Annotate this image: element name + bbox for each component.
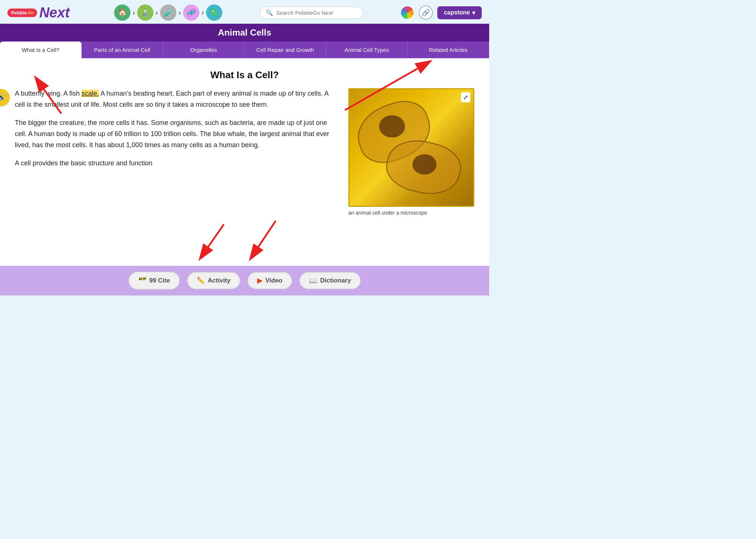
search-bar[interactable]: 🔍	[259, 7, 363, 19]
tab-animal-cell-types[interactable]: Animal Cell Types	[326, 42, 408, 58]
highlight-scale: scale.	[82, 90, 99, 97]
content-body: 🔊 A butterfly wing. A fish scale. A huma…	[15, 88, 474, 216]
tab-what-is-cell[interactable]: What Is a Cell?	[0, 42, 82, 58]
cite-icon: ❝❞	[138, 276, 146, 285]
breadcrumb-sep-2: ›	[156, 9, 158, 17]
expand-button[interactable]: ⤢	[461, 92, 470, 102]
svg-line-4	[258, 221, 276, 247]
activity-icon: ✏️	[197, 277, 205, 285]
tab-cell-repair-growth[interactable]: Cell Repair and Growth	[245, 42, 326, 58]
cite-button[interactable]: ❝❞ 99 Cite	[129, 272, 180, 290]
cell-image-placeholder	[349, 89, 473, 206]
video-label: Video	[265, 277, 282, 284]
pebble-badge: Pebble Go	[7, 9, 37, 17]
video-play-icon: ▶	[257, 277, 262, 285]
image-caption: an animal cell under a microscope	[348, 210, 474, 216]
cell-image: ⤢	[348, 88, 474, 207]
search-icon: 🔍	[266, 9, 273, 16]
breadcrumb-cell-icon[interactable]: 🦠	[206, 4, 222, 21]
nucleus-1	[379, 115, 405, 138]
breadcrumb: 🏠 › 🔬 › 🧪 › 🧬 › 🦠	[114, 4, 222, 21]
capstone-button[interactable]: capstone ▾	[437, 6, 482, 19]
content-heading: What Is a Cell?	[15, 69, 474, 81]
breadcrumb-lab-icon[interactable]: 🧪	[160, 4, 176, 21]
activity-label: Activity	[208, 277, 231, 284]
tabs-bar: What Is a Cell? Parts of an Animal Cell …	[0, 42, 489, 58]
logo-area: Pebble Go Next	[7, 5, 70, 21]
breadcrumb-dna-icon[interactable]: 🧬	[183, 4, 199, 21]
breadcrumb-sep-4: ›	[202, 9, 204, 17]
tab-parts-animal-cell[interactable]: Parts of an Animal Cell	[82, 42, 163, 58]
breadcrumb-sep-3: ›	[179, 9, 181, 17]
header-right: 🔗 capstone ▾	[400, 6, 482, 20]
dictionary-icon: 📖	[309, 277, 317, 285]
page-title-bar: Animal Cells	[0, 24, 489, 42]
go-text: Go	[28, 10, 33, 15]
capstone-chevron-icon: ▾	[472, 9, 475, 16]
tab-organelles[interactable]: Organelles	[163, 42, 245, 58]
link-icon[interactable]: 🔗	[419, 6, 433, 20]
dictionary-label: Dictionary	[320, 277, 351, 284]
activity-button[interactable]: ✏️ Activity	[187, 272, 240, 289]
text-area: 🔊 A butterfly wing. A fish scale. A huma…	[15, 88, 337, 216]
logo-next: Next	[39, 5, 70, 21]
svg-line-3	[208, 224, 224, 247]
bottom-bar: ❝❞ 99 Cite ✏️ Activity ▶ Video 📖 Diction…	[0, 266, 489, 295]
capstone-label: capstone	[444, 9, 470, 16]
main-content: What Is a Cell? 🔊 A butterfly wing. A fi…	[0, 58, 489, 266]
breadcrumb-sep-1: ›	[133, 9, 135, 17]
audio-button[interactable]: 🔊	[0, 89, 10, 106]
pebble-text: Pebble	[11, 10, 27, 16]
search-input[interactable]	[276, 10, 357, 16]
paragraph-3: A cell provides the basic structure and …	[15, 158, 337, 169]
breadcrumb-home-icon[interactable]: 🏠	[114, 4, 130, 21]
image-area: ⤢ an animal cell under a microscope	[348, 88, 474, 216]
paragraph-2: The bigger the creature, the more cells …	[15, 118, 337, 151]
nucleus-2	[412, 154, 437, 175]
paragraph-1: A butterfly wing. A fish scale. A human'…	[15, 88, 337, 110]
dictionary-button[interactable]: 📖 Dictionary	[299, 272, 361, 289]
breadcrumb-science-icon[interactable]: 🔬	[137, 4, 153, 21]
cite-label: 99 Cite	[149, 277, 170, 284]
video-button[interactable]: ▶ Video	[248, 272, 292, 289]
tab-related-articles[interactable]: Related Articles	[408, 42, 489, 58]
header: Pebble Go Next 🏠 › 🔬 › 🧪 › 🧬 › 🦠 🔍 🔗 cap…	[0, 0, 489, 24]
color-wheel-icon[interactable]	[400, 6, 414, 20]
page-title: Animal Cells	[218, 27, 271, 37]
